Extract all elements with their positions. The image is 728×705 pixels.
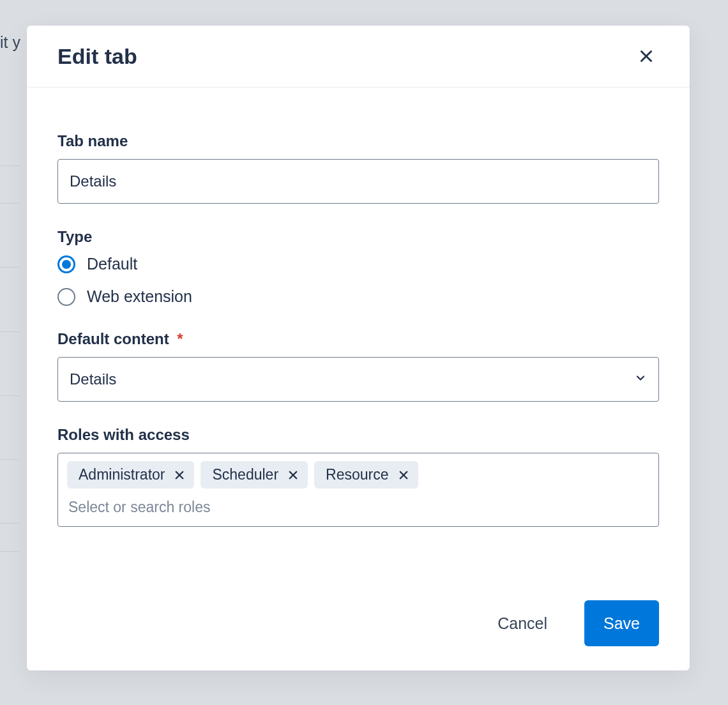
bg-divider [0,395,19,396]
radio-selected-icon [57,255,75,273]
bg-divider [0,331,19,332]
type-option-web-extension[interactable]: Web extension [57,287,659,306]
default-content-label-text: Default content [57,330,169,347]
bg-divider [0,523,19,524]
modal-header: Edit tab [27,26,690,87]
role-chip-scheduler: Scheduler [201,461,308,489]
type-option-default-label: Default [87,255,137,273]
role-chip-label: Resource [326,466,388,483]
modal-body: Tab name Type Default Web extension Defa… [27,87,690,600]
default-content-field: Default content * Details [57,330,659,402]
remove-role-scheduler[interactable] [287,469,299,481]
close-icon [287,469,299,481]
bg-divider [0,165,19,166]
tab-name-field: Tab name [57,132,659,204]
bg-divider [0,203,19,204]
roles-search-input[interactable] [67,494,649,520]
modal-footer: Cancel Save [27,600,690,671]
save-button[interactable]: Save [584,600,659,646]
role-chip-resource: Resource [314,461,418,489]
type-field: Type Default Web extension [57,228,659,306]
tab-name-input[interactable] [57,159,659,204]
roles-multiselect[interactable]: Administrator Scheduler Resource [57,453,659,527]
role-chip-label: Scheduler [212,466,278,483]
close-button[interactable] [633,43,659,69]
cancel-button[interactable]: Cancel [478,600,566,646]
bg-divider [0,551,19,552]
roles-field: Roles with access Administrator Schedule… [57,426,659,527]
close-icon [174,469,185,481]
roles-label: Roles with access [57,426,659,444]
role-chip-administrator: Administrator [67,461,194,489]
background-text-fragment: it y [0,33,20,52]
edit-tab-modal: Edit tab Tab name Type Default Web exten… [27,26,690,671]
tab-name-label: Tab name [57,132,659,150]
type-label: Type [57,228,659,246]
bg-divider [0,459,19,460]
chevron-down-icon [634,370,647,388]
roles-chip-row: Administrator Scheduler Resource [67,461,649,489]
type-option-web-extension-label: Web extension [87,287,192,306]
default-content-label: Default content * [57,330,659,348]
close-icon [638,48,655,64]
close-icon [398,469,409,481]
remove-role-resource[interactable] [398,469,409,481]
default-content-value: Details [70,370,116,388]
required-asterisk: * [177,330,183,347]
type-option-default[interactable]: Default [57,255,659,273]
radio-unselected-icon [57,288,75,306]
modal-title: Edit tab [57,44,137,69]
role-chip-label: Administrator [79,466,165,483]
bg-divider [0,267,19,268]
default-content-select[interactable]: Details [57,357,659,402]
remove-role-administrator[interactable] [174,469,185,481]
